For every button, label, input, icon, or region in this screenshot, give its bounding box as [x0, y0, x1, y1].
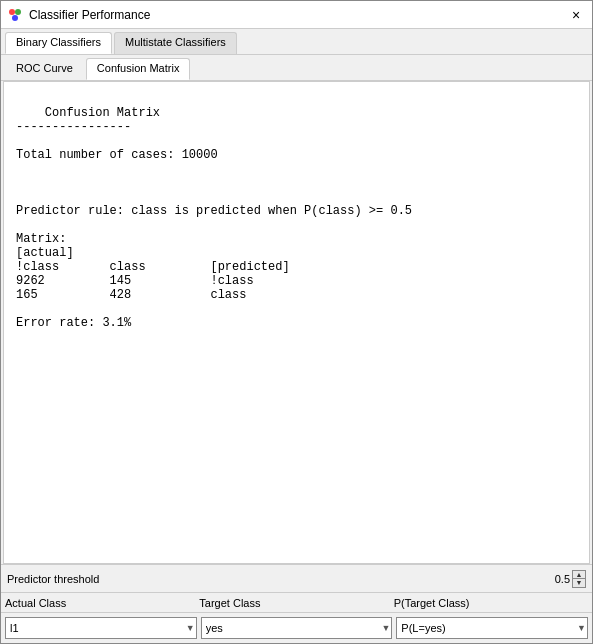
- content-area: Confusion Matrix ---------------- Total …: [3, 81, 590, 564]
- actual-class-dropdown-wrapper: l1 ▼: [5, 617, 197, 639]
- bottom-labels-row: Actual Class Target Class P(Target Class…: [1, 593, 592, 613]
- actual-class-label: Actual Class: [5, 597, 199, 609]
- tab-confusion-matrix[interactable]: Confusion Matrix: [86, 58, 191, 80]
- p-target-class-dropdown-wrapper: P(L=yes) ▼: [396, 617, 588, 639]
- target-class-dropdown[interactable]: yes: [201, 617, 393, 639]
- dropdowns-row: l1 ▼ yes ▼ P(L=yes) ▼: [1, 613, 592, 643]
- app-icon: [7, 7, 23, 23]
- target-class-label: Target Class: [199, 597, 393, 609]
- tab-binary-classifiers[interactable]: Binary Classifiers: [5, 32, 112, 54]
- svg-point-2: [12, 15, 18, 21]
- title-bar: Classifier Performance ×: [1, 1, 592, 29]
- tab-multistate-classifiers[interactable]: Multistate Classifiers: [114, 32, 237, 54]
- predictor-threshold-row: Predictor threshold 0.5 ▲ ▼: [1, 565, 592, 593]
- tab-roc-curve[interactable]: ROC Curve: [5, 58, 84, 80]
- predictor-threshold-value: 0.5: [555, 573, 570, 585]
- close-button[interactable]: ×: [566, 5, 586, 25]
- spinner-down-button[interactable]: ▼: [573, 579, 585, 587]
- actual-class-dropdown[interactable]: l1: [5, 617, 197, 639]
- predictor-threshold-label: Predictor threshold: [7, 573, 555, 585]
- svg-point-1: [15, 9, 21, 15]
- main-window: Classifier Performance × Binary Classifi…: [0, 0, 593, 644]
- second-tab-bar: ROC Curve Confusion Matrix: [1, 55, 592, 81]
- target-class-dropdown-wrapper: yes ▼: [201, 617, 393, 639]
- confusion-matrix-text: Confusion Matrix ---------------- Total …: [16, 106, 412, 330]
- bottom-section: Predictor threshold 0.5 ▲ ▼ Actual Class…: [1, 564, 592, 643]
- window-title: Classifier Performance: [29, 8, 566, 22]
- p-target-class-label: P(Target Class): [394, 597, 588, 609]
- svg-point-0: [9, 9, 15, 15]
- top-tab-bar: Binary Classifiers Multistate Classifier…: [1, 29, 592, 55]
- spinner-up-button[interactable]: ▲: [573, 571, 585, 580]
- p-target-class-dropdown[interactable]: P(L=yes): [396, 617, 588, 639]
- threshold-spinner[interactable]: ▲ ▼: [572, 570, 586, 588]
